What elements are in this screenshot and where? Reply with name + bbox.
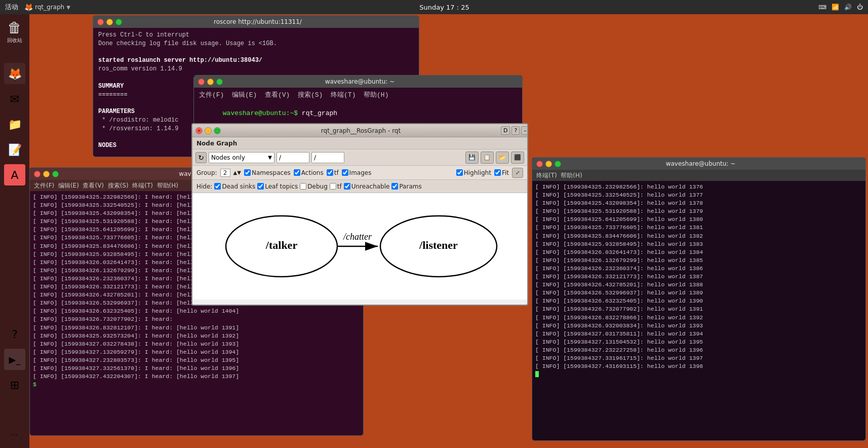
keyboard-icon[interactable]: ⌨ xyxy=(818,4,826,11)
roscore-titlebar: roscore http://ubuntu:11311/ xyxy=(93,16,419,28)
bottom-right-window-btns[interactable] xyxy=(536,161,561,167)
images-check[interactable]: Images xyxy=(342,169,372,176)
roscore-min-btn[interactable] xyxy=(106,19,113,25)
dead-sinks-check[interactable]: Dead sinks xyxy=(214,183,255,190)
log-line: [ INFO] [1599384326.832278866]: hello wo… xyxy=(535,314,862,322)
left-sidebar: 🗑 回收站 🦊 ✉ 📁 📝 A ? ▶_ ⊞ ⋯ xyxy=(0,14,29,448)
tf-hide-check[interactable]: tf xyxy=(330,183,342,190)
roscore-close-btn[interactable] xyxy=(97,19,104,25)
waveshare-window-buttons[interactable] xyxy=(198,79,223,85)
rqt-refresh-btn[interactable]: ↻ xyxy=(195,152,207,163)
bottom-left-window-btns[interactable] xyxy=(34,171,59,177)
log-line: [ INFO] [1599384325.733776605]: hello wo… xyxy=(535,223,862,232)
rqt-help-btn[interactable]: D xyxy=(501,126,510,135)
sidebar-icon-terminal[interactable]: ▶_ xyxy=(4,349,25,370)
log-line: [ INFO] [1599384326.932003834]: hello wo… xyxy=(535,322,862,330)
log-line: [ INFO] [1599384326.032641473]: hello wo… xyxy=(535,248,862,256)
rqt-graph-area[interactable]: /talker /listener /chatter xyxy=(192,193,527,300)
log-line: [ INFO] [1599384325.531920588]: hello wo… xyxy=(535,207,862,215)
log-line: [ INFO] [1599384326.632325405]: I heard:… xyxy=(33,307,360,315)
rqt-window-buttons[interactable]: ✕ – □ xyxy=(195,127,221,134)
roscore-max-btn[interactable] xyxy=(115,19,122,25)
bottom-right-body[interactable]: [ INFO] [1599384325.232982566]: hello wo… xyxy=(532,181,865,441)
sidebar-icon-dots[interactable]: ⋯ xyxy=(4,424,25,445)
group-spin[interactable]: ▲▼ xyxy=(233,170,241,175)
log-line: [ INFO] [1599384325.932858495]: hello wo… xyxy=(535,240,862,248)
log-line: [ INFO] [1599384327.232803573]: I heard:… xyxy=(33,356,360,364)
rqt-fit-btn[interactable]: ⤢ xyxy=(512,168,523,178)
sidebar-icon-software[interactable]: A xyxy=(4,164,25,185)
debug-check[interactable]: Debug xyxy=(300,183,327,190)
br-close-btn[interactable] xyxy=(536,161,543,167)
bl-max-btn[interactable] xyxy=(52,171,59,177)
rqt-extra-btn[interactable]: – xyxy=(521,126,528,135)
log-line: [ INFO] [1599384327.431693115]: hello wo… xyxy=(535,362,862,370)
activities-label[interactable]: 活动 xyxy=(5,3,18,12)
terminal-waveshare: waveshare@ubuntu: ~ 文件(F) 编辑(E) 查看(V) 搜索… xyxy=(193,75,523,126)
waveshare-min-btn[interactable] xyxy=(207,79,214,85)
waveshare-body[interactable]: 文件(F) 编辑(E) 查看(V) 搜索(S) 终端(T) 帮助(H) wave… xyxy=(194,88,522,126)
br-max-btn[interactable] xyxy=(555,161,561,167)
bl-close-btn[interactable] xyxy=(34,171,41,177)
svg-text:/talker: /talker xyxy=(265,239,297,251)
dropdown-arrow: ▼ xyxy=(268,155,272,160)
sidebar-icon-email[interactable]: ✉ xyxy=(4,88,25,109)
filter-input-2[interactable]: / xyxy=(311,152,344,163)
log-line: [ INFO] [1599384326.732077902]: hello wo… xyxy=(535,305,862,313)
rqt-titlebar: ✕ – □ rqt_graph__RosGraph - rqt D ? – □ xyxy=(192,124,527,137)
rqt-save-btn[interactable]: 💾 xyxy=(465,152,479,164)
log-line: [ INFO] [1599384325.641205699]: hello wo… xyxy=(535,215,862,223)
roscore-line: ros_comm version 1.14.9 xyxy=(98,65,414,73)
highlight-check[interactable]: Highlight xyxy=(456,169,491,176)
rqt-title: rqt_graph__RosGraph - rqt xyxy=(221,127,501,134)
top-bar-left: 活动 🦊 rqt_graph ▼ xyxy=(5,3,70,12)
sidebar-icon-apps[interactable]: ⊞ xyxy=(4,374,25,395)
waveshare-prompt: waveshare@ubuntu:~$ rqt_graph xyxy=(199,100,517,126)
rqt-max-btn[interactable]: □ xyxy=(214,127,221,134)
sidebar-icon-files[interactable]: 📁 xyxy=(4,114,25,135)
sidebar-icon-firefox[interactable]: 🦊 xyxy=(4,63,25,84)
params-check[interactable]: Params xyxy=(391,183,421,190)
log-line: [ INFO] [1599384326.632325405]: hello wo… xyxy=(535,297,862,305)
rqt-copy-btn[interactable]: 📋 xyxy=(481,152,494,164)
fit-check[interactable]: Fit xyxy=(494,169,509,176)
svg-text:/chatter: /chatter xyxy=(343,232,372,242)
recycle-bin[interactable]: 🗑 回收站 xyxy=(4,19,25,45)
waveshare-max-btn[interactable] xyxy=(216,79,223,85)
br-min-btn[interactable] xyxy=(545,161,552,167)
sidebar-icon-help[interactable]: ? xyxy=(4,323,25,345)
actions-check[interactable]: Actions xyxy=(294,169,324,176)
tf-check[interactable]: tf xyxy=(327,169,339,176)
log-line: [ INFO] [1599384326.232360374]: hello wo… xyxy=(535,265,862,273)
rqt-load-btn[interactable]: 📂 xyxy=(496,152,509,164)
cursor-line: █ xyxy=(535,370,862,379)
bottom-right-titlebar: waveshare@ubuntu: ~ xyxy=(532,158,865,170)
log-line: [ INFO] [1599384325.232982566]: hello wo… xyxy=(535,183,862,191)
nodes-only-dropdown[interactable]: Nodes only ▼ xyxy=(209,152,274,163)
log-line: [ INFO] [1599384326.132679299]: hello wo… xyxy=(535,256,862,265)
volume-icon[interactable]: 🔊 xyxy=(844,4,852,11)
sidebar-icon-libreoffice[interactable]: 📝 xyxy=(4,139,25,160)
svg-text:/listener: /listener xyxy=(419,239,458,251)
power-icon[interactable]: ⏻ xyxy=(857,4,863,11)
rqt-settings-btn[interactable]: ? xyxy=(511,126,520,135)
namespaces-check[interactable]: Namespaces xyxy=(244,169,291,176)
log-line: [ INFO] [1599384327.232227258]: hello wo… xyxy=(535,346,862,354)
unreachable-check[interactable]: Unreachable xyxy=(344,183,390,190)
group-label: Group: xyxy=(196,169,217,176)
filter-input-1[interactable]: / xyxy=(277,152,309,163)
network-icon[interactable]: 📶 xyxy=(832,4,839,11)
log-line: [ INFO] [1599384326.532996937]: hello wo… xyxy=(535,289,862,297)
rqt-stop-btn[interactable]: ⬛ xyxy=(511,152,524,164)
roscore-line: started roslaunch server http://ubuntu:3… xyxy=(98,56,414,65)
leaf-topics-check[interactable]: Leaf topics xyxy=(257,183,298,190)
top-bar-right: ⌨ 📶 🔊 ⏻ xyxy=(818,4,863,11)
rqt-close-btn[interactable]: ✕ xyxy=(195,127,203,134)
bl-min-btn[interactable] xyxy=(43,171,50,177)
prompt-line: $ xyxy=(33,381,360,389)
waveshare-close-btn[interactable] xyxy=(198,79,205,85)
node-graph-svg: /talker /listener /chatter xyxy=(203,198,517,294)
rqt-min-btn[interactable]: – xyxy=(205,127,212,134)
bottom-right-menu: 终端(T) 帮助(H) xyxy=(532,170,865,181)
roscore-window-buttons[interactable] xyxy=(97,19,122,25)
